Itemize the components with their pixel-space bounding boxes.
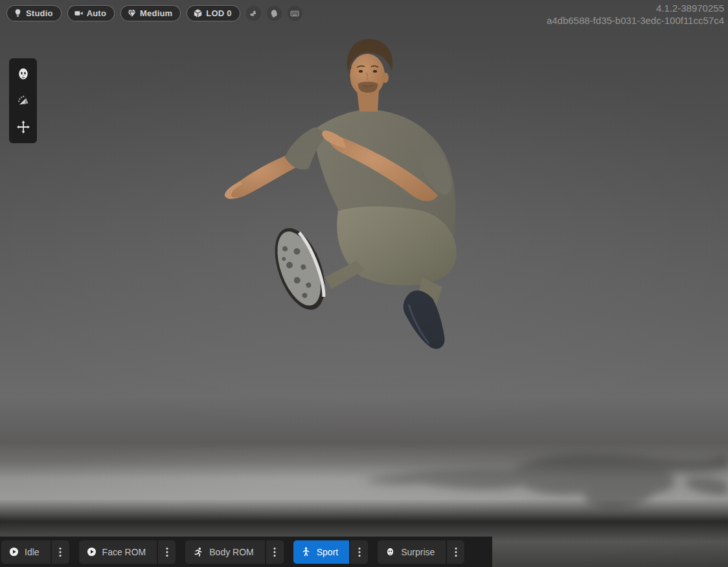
kebab-menu-icon (59, 547, 62, 557)
cube-icon (193, 8, 203, 18)
kebab-menu-icon (358, 547, 361, 557)
face-rom-tab-label: Face ROM (102, 547, 146, 557)
idle-tab-label: Idle (25, 547, 40, 557)
gesture-cone-icon (16, 93, 30, 108)
sport-tab-button[interactable]: Sport (293, 540, 349, 564)
kebab-menu-icon (166, 547, 168, 557)
character-render (0, 0, 728, 567)
lod-button-label: LOD 0 (206, 8, 231, 18)
lod-button[interactable]: LOD 0 (187, 5, 240, 21)
animation-tab-body-rom: Body ROM (185, 540, 283, 564)
version-text: 4.1.2-38970255 (547, 2, 724, 14)
session-id-text: a4db6588-fd35-b031-3edc-100f11cc57c4 (547, 14, 724, 27)
keyboard-shortcuts-button[interactable] (288, 6, 302, 21)
idle-tab-menu-button[interactable] (52, 540, 69, 564)
medium-button-label: Medium (140, 8, 172, 18)
face-icon (16, 67, 30, 81)
running-person-icon (193, 547, 203, 557)
face-rom-tab-button[interactable]: Face ROM (79, 540, 157, 564)
head-profile-icon (269, 9, 279, 18)
head-view-button[interactable] (267, 6, 282, 21)
animation-tab-surprise: Surprise (378, 540, 464, 564)
surprise-tab-menu-button[interactable] (447, 540, 464, 564)
play-circle-icon (87, 547, 97, 557)
sport-tab-menu-button[interactable] (350, 540, 368, 564)
camera-icon (74, 8, 84, 18)
camera-auto-button[interactable]: Auto (67, 5, 115, 21)
move-icon (16, 120, 30, 134)
studio-button-label: Studio (26, 8, 53, 18)
surprise-tab-label: Surprise (401, 547, 435, 557)
body-rom-tab-menu-button[interactable] (266, 540, 284, 564)
body-rom-tab-button[interactable]: Body ROM (185, 540, 264, 564)
gem-icon (127, 8, 137, 18)
face-panel-button[interactable] (15, 65, 32, 82)
auto-button-label: Auto (87, 8, 106, 18)
shoe-sole (265, 222, 334, 317)
sport-tab-label: Sport (317, 547, 338, 557)
gesture-panel-button[interactable] (15, 92, 32, 109)
lightbulb-icon (13, 8, 23, 18)
bone-rig-button[interactable] (246, 6, 261, 21)
play-circle-icon (9, 547, 19, 557)
side-toolbar (9, 58, 37, 143)
quality-medium-button[interactable]: Medium (120, 5, 181, 21)
body-rom-tab-label: Body ROM (209, 547, 253, 557)
floor-shadow (363, 454, 728, 510)
studio-lighting-button[interactable]: Studio (6, 5, 62, 21)
character (225, 39, 457, 349)
animation-tab-face-rom: Face ROM (79, 540, 176, 564)
viewport-toolbar: Studio Auto Medium LOD 0 (6, 5, 302, 21)
viewport-3d[interactable]: Studio Auto Medium LOD 0 (0, 0, 728, 567)
bone-icon (249, 9, 258, 18)
keyboard-icon (290, 9, 299, 18)
animation-bar: Idle Face ROM (0, 537, 492, 567)
kebab-menu-icon (455, 547, 457, 557)
face-icon (385, 547, 395, 557)
surprise-tab-button[interactable]: Surprise (378, 540, 446, 564)
kebab-menu-icon (273, 547, 276, 557)
animation-tab-sport: Sport (293, 540, 368, 564)
idle-tab-button[interactable]: Idle (1, 540, 51, 564)
face-rom-tab-menu-button[interactable] (158, 540, 176, 564)
build-info: 4.1.2-38970255 a4db6588-fd35-b031-3edc-1… (547, 2, 724, 27)
move-tool-button[interactable] (15, 119, 32, 135)
standing-person-icon (301, 547, 311, 557)
animation-tab-idle: Idle (1, 540, 69, 564)
